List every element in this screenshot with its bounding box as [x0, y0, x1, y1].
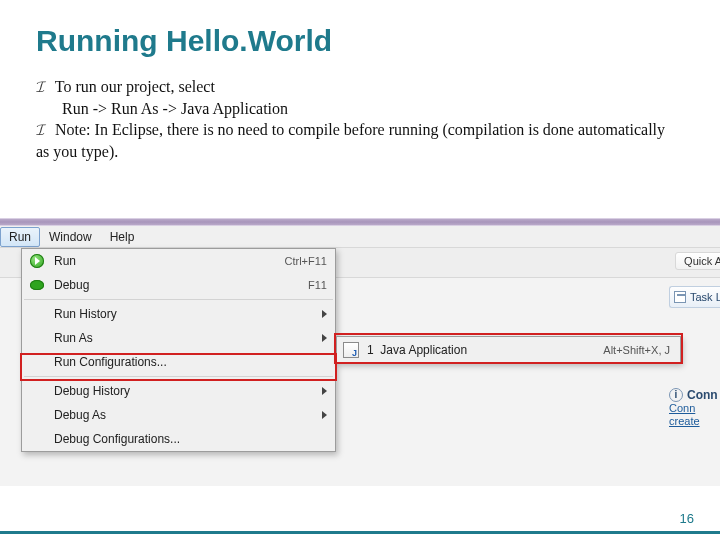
submenu-item-java-application[interactable]: 1 Java Application — [367, 343, 467, 357]
blank-icon — [26, 327, 48, 349]
quick-access-button[interactable]: Quick A — [675, 252, 720, 270]
bullet-glyph: 𝓘 — [36, 121, 45, 138]
slide-title: Running Hello.World — [36, 24, 332, 58]
bullet-1-lead: To run our project, select — [55, 78, 215, 95]
frag-error: as — [0, 332, 11, 350]
right-panel: Task Lis i Conn Conn create — [669, 286, 720, 428]
connect-heading: i Conn — [669, 388, 720, 402]
accent-strip — [0, 531, 720, 534]
run-icon — [26, 250, 48, 272]
frag: va — [0, 286, 11, 304]
tasklist-icon — [674, 291, 686, 303]
menu-item-accel: Ctrl+F11 — [285, 255, 328, 267]
menu-item-label: Run As — [54, 331, 314, 345]
menu-item-run[interactable]: Run Ctrl+F11 — [22, 249, 335, 273]
blank-icon — [26, 380, 48, 402]
menu-run[interactable]: Run — [0, 227, 40, 247]
eclipse-screenshot: Run Window Help Quick A va as c ys Run C… — [0, 226, 720, 486]
menu-item-label: Debug Configurations... — [54, 432, 327, 446]
blank-icon — [26, 303, 48, 325]
menu-item-debug-as[interactable]: Debug As — [22, 403, 335, 427]
menu-separator — [24, 299, 333, 300]
submenu-index: 1 — [367, 343, 374, 357]
menu-item-label: Debug As — [54, 408, 314, 422]
submenu-arrow-icon — [322, 310, 327, 318]
menu-item-label: Run Configurations... — [54, 355, 327, 369]
page-number: 16 — [680, 511, 694, 526]
menu-item-run-history[interactable]: Run History — [22, 302, 335, 326]
menubar: Run Window Help — [0, 226, 720, 248]
bullet-1-sub: Run -> Run As -> Java Application — [62, 98, 676, 120]
submenu-accel: Alt+Shift+X, J — [603, 344, 670, 356]
blank-icon — [26, 351, 48, 373]
task-list-label: Task Lis — [690, 291, 720, 303]
slide-footer: 16 — [0, 510, 720, 540]
info-icon: i — [669, 388, 683, 402]
blank-icon — [26, 404, 48, 426]
blank-icon — [26, 428, 48, 450]
slide: Running Hello.World 𝓘 To run our project… — [0, 0, 720, 540]
menu-item-run-as[interactable]: Run As — [22, 326, 335, 350]
slide-body: 𝓘 To run our project, select Run -> Run … — [36, 76, 676, 162]
menu-item-label: Debug — [54, 278, 308, 292]
submenu-arrow-icon — [322, 387, 327, 395]
menu-item-debug-history[interactable]: Debug History — [22, 379, 335, 403]
java-app-icon — [343, 342, 359, 358]
menu-help[interactable]: Help — [101, 227, 144, 247]
menu-item-debug[interactable]: Debug F11 — [22, 273, 335, 297]
menu-item-accel: F11 — [308, 279, 327, 291]
frag: ys — [0, 368, 11, 386]
bullet-glyph: 𝓘 — [36, 78, 45, 95]
debug-icon — [26, 274, 48, 296]
connect-link[interactable]: Conn — [669, 402, 720, 415]
connect-link-create[interactable]: create — [669, 415, 720, 428]
run-as-submenu: 1 Java Application Alt+Shift+X, J — [336, 336, 681, 363]
menu-item-debug-configurations[interactable]: Debug Configurations... — [22, 427, 335, 451]
connect-heading-text: Conn — [687, 388, 718, 402]
submenu-arrow-icon — [322, 411, 327, 419]
menu-window[interactable]: Window — [40, 227, 101, 247]
frag: c — [0, 350, 11, 368]
left-editor-fragment: va as c ys — [0, 286, 11, 386]
scrollbar-strip — [0, 218, 720, 226]
menu-item-label: Run — [54, 254, 285, 268]
menu-item-label: Run History — [54, 307, 314, 321]
bullet-2-lead: Note: In Eclipse, there is no need to co… — [36, 121, 665, 160]
run-dropdown: Run Ctrl+F11 Debug F11 Run History Run A… — [21, 248, 336, 452]
menu-item-label: Debug History — [54, 384, 314, 398]
submenu-label: Java Application — [380, 343, 467, 357]
menu-item-run-configurations[interactable]: Run Configurations... — [22, 350, 335, 374]
task-list-tab[interactable]: Task Lis — [669, 286, 720, 308]
menu-separator — [24, 376, 333, 377]
submenu-arrow-icon — [322, 334, 327, 342]
